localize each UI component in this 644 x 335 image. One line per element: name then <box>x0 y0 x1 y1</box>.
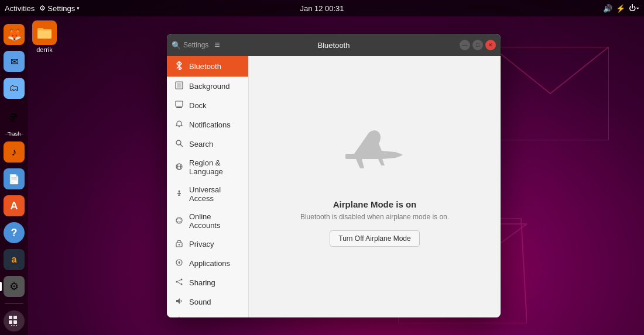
sound-icon <box>174 297 184 307</box>
region-icon <box>174 163 184 172</box>
dock-separator-2 <box>5 303 23 304</box>
dock-item-firefox[interactable]: 🦊 <box>2 22 26 47</box>
sidebar-item-region[interactable]: Region & Language <box>167 154 248 181</box>
svg-rect-8 <box>11 325 12 326</box>
writer-icon: 📄 <box>4 168 25 189</box>
sidebar-universal-access-label: Universal Access <box>189 185 241 203</box>
desktop-icon-derrik[interactable]: derrik <box>32 20 57 53</box>
window-titlebar: 🔍 Settings ≡ Bluetooth — □ ✕ <box>167 34 501 56</box>
window-body: Bluetooth Background Dock <box>167 56 501 317</box>
search-icon: 🔍 <box>172 41 181 50</box>
settings-window: 🔍 Settings ≡ Bluetooth — □ ✕ Bluetooth <box>167 34 501 317</box>
show-apps-icon <box>4 310 25 331</box>
airplane-mode-title: Airplane Mode is on <box>333 199 417 209</box>
sidebar-item-search[interactable]: Search <box>167 134 248 154</box>
sidebar-item-bluetooth[interactable]: Bluetooth <box>167 56 248 77</box>
online-accounts-icon <box>174 216 184 226</box>
panel-right: 🔊 ⚡ ⏻▾ <box>603 4 639 13</box>
sidebar-background-label: Background <box>189 82 241 91</box>
turn-off-airplane-mode-button[interactable]: Turn Off Airplane Mode <box>330 230 419 247</box>
svg-point-26 <box>176 281 178 283</box>
gear-icon: ⚙ <box>39 4 46 12</box>
settings-sidebar: Bluetooth Background Dock <box>167 56 249 317</box>
rhythmbox-icon: ♪ <box>4 141 25 163</box>
titlebar-menu-button[interactable]: ≡ <box>214 40 220 50</box>
derrik-label: derrik <box>36 46 53 53</box>
sidebar-item-applications[interactable]: Applications <box>167 254 248 273</box>
sidebar-sharing-label: Sharing <box>189 278 241 287</box>
dock-item-files[interactable]: 🗂 <box>2 76 26 101</box>
svg-rect-12 <box>177 83 181 88</box>
svg-rect-5 <box>13 316 17 319</box>
panel-datetime: Jan 12 00:31 <box>300 4 344 13</box>
svg-line-29 <box>178 282 181 284</box>
panel-settings-button[interactable]: ⚙ Settings ▾ <box>39 4 80 13</box>
system-settings-icon: ⚙ <box>4 276 25 297</box>
system-menu-icon[interactable]: ⏻▾ <box>629 4 639 12</box>
close-button[interactable]: ✕ <box>485 40 496 50</box>
dock-item-email[interactable]: ✉ <box>2 49 26 74</box>
sidebar-applications-label: Applications <box>189 259 241 268</box>
maximize-button[interactable]: □ <box>472 40 483 50</box>
airplane-mode-subtitle: Bluetooth is disabled when airplane mode… <box>300 213 449 221</box>
dock-item-amazon[interactable]: a <box>2 247 26 272</box>
sharing-icon <box>174 278 184 288</box>
derrik-folder-icon <box>32 20 57 45</box>
bluetooth-main-content: Airplane Mode is on Bluetooth is disable… <box>249 56 501 317</box>
trash-icon: 🗑 <box>4 107 25 128</box>
audio-icon[interactable]: 🔊 <box>603 4 612 13</box>
minimize-button[interactable]: — <box>460 40 470 50</box>
dock-item-trash[interactable]: 🗑 Trash <box>2 105 26 130</box>
appstore-icon: A <box>4 195 25 216</box>
sidebar-online-accounts-label: Online Accounts <box>189 212 241 230</box>
sidebar-item-power[interactable]: Power <box>167 312 248 317</box>
titlebar-left: 🔍 Settings ≡ <box>172 40 220 50</box>
svg-rect-9 <box>13 325 15 326</box>
dock-item-writer[interactable]: 📄 <box>2 167 26 191</box>
svg-rect-14 <box>176 107 182 108</box>
dock: 🦊 ✉ 🗂 🗑 Trash ♪ 📄 A ? a ⚙ <box>0 16 28 335</box>
power-icon[interactable]: ⚡ <box>616 4 625 13</box>
sidebar-item-sharing[interactable]: Sharing <box>167 273 248 292</box>
files-icon: 🗂 <box>4 78 25 99</box>
sidebar-item-dock[interactable]: Dock <box>167 96 248 115</box>
settings-title-label: Settings <box>183 41 208 49</box>
sidebar-item-privacy[interactable]: Privacy <box>167 234 248 254</box>
dock-sidebar-icon <box>174 101 184 110</box>
sidebar-item-universal-access[interactable]: Universal Access <box>167 181 248 208</box>
sidebar-sound-label: Sound <box>189 298 241 306</box>
svg-point-27 <box>181 284 183 285</box>
svg-point-25 <box>181 279 183 281</box>
sidebar-item-background[interactable]: Background <box>167 77 248 96</box>
notifications-icon <box>174 120 184 130</box>
firefox-icon: 🦊 <box>4 24 25 45</box>
sidebar-power-label: Power <box>189 317 241 317</box>
dock-item-appstore[interactable]: A <box>2 194 26 218</box>
dock-item-system-settings[interactable]: ⚙ <box>2 274 26 299</box>
svg-rect-6 <box>9 320 12 324</box>
window-bluetooth-title: Bluetooth <box>318 41 350 50</box>
power-sidebar-icon <box>174 316 184 317</box>
sidebar-item-online-accounts[interactable]: Online Accounts <box>167 208 248 234</box>
sidebar-notifications-label: Notifications <box>189 120 241 129</box>
titlebar-search-area: 🔍 Settings <box>172 41 208 50</box>
chevron-down-icon: ▾ <box>77 5 80 11</box>
dock-item-show-apps[interactable] <box>2 309 26 333</box>
search-sidebar-icon <box>174 139 184 149</box>
sidebar-bluetooth-label: Bluetooth <box>189 62 241 71</box>
panel-left: Activities ⚙ Settings ▾ <box>5 4 80 13</box>
trash-label: Trash <box>8 131 21 137</box>
svg-point-23 <box>179 244 180 245</box>
svg-line-16 <box>180 144 183 147</box>
svg-point-15 <box>176 140 181 145</box>
dock-item-rhythmbox[interactable]: ♪ <box>2 140 26 164</box>
activities-button[interactable]: Activities <box>5 4 35 13</box>
universal-access-icon <box>174 189 184 199</box>
svg-rect-10 <box>16 325 17 326</box>
desktop-icons-area: derrik <box>32 20 57 53</box>
sidebar-item-sound[interactable]: Sound <box>167 292 248 312</box>
sidebar-item-notifications[interactable]: Notifications <box>167 115 248 134</box>
background-icon <box>174 81 184 91</box>
sidebar-region-label: Region & Language <box>189 158 241 176</box>
dock-item-help[interactable]: ? <box>2 220 26 245</box>
